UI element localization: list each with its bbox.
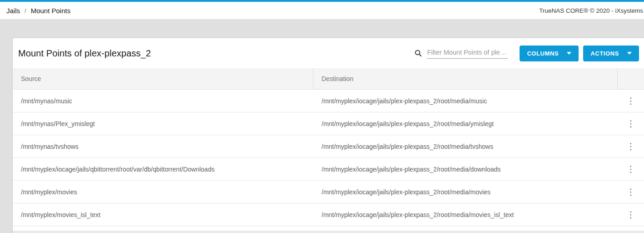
mount-points-table: Source Destination /mnt/mynas/music /mnt… — [13, 68, 644, 233]
breadcrumb-jails[interactable]: Jails — [6, 7, 20, 15]
table-row: /mnt/myplex/movies_isl_text /mnt/myplex/… — [13, 203, 644, 226]
destination-cell: /mnt/myplex/iocage/jails/plex-plexpass_2… — [313, 143, 618, 150]
destination-cell: /mnt/myplex/iocage/jails/plex-plexpass_2… — [313, 120, 618, 127]
breadcrumb-current: Mount Points — [31, 7, 71, 15]
source-cell: /mnt/mynas/Plex_ymislegt — [13, 120, 313, 127]
column-header-source[interactable]: Source — [13, 68, 313, 89]
search-icon — [414, 49, 422, 57]
kebab-icon: ⋮ — [627, 187, 635, 197]
row-menu-button[interactable]: ⋮ — [623, 163, 639, 175]
table-row: /mnt/myplex/movies /mnt/myplex/iocage/ja… — [13, 181, 644, 203]
table-row-partial — [13, 226, 644, 231]
horizontal-scrollbar[interactable] — [13, 231, 644, 233]
table-row: /mnt/mynas/music /mnt/myplex/iocage/jail… — [13, 90, 644, 112]
row-menu-button[interactable]: ⋮ — [623, 208, 639, 221]
filter-input[interactable] — [427, 48, 508, 59]
destination-cell: /mnt/myplex/iocage/jails/plex-plexpass_2… — [313, 166, 618, 173]
destination-cell: /mnt/myplex/iocage/jails/plex-plexpass_2… — [313, 97, 618, 105]
actions-button[interactable]: ACTIONS — [583, 46, 639, 61]
column-header-destination[interactable]: Destination — [313, 68, 618, 89]
kebab-icon: ⋮ — [627, 164, 635, 174]
source-cell: /mnt/mynas/music — [13, 97, 313, 105]
table-header-row: Source Destination — [13, 68, 644, 90]
column-header-actions — [618, 68, 644, 89]
brand-text: TrueNAS CORE® © 2020 - iXsystems — [539, 7, 643, 14]
actions-button-label: ACTIONS — [590, 50, 619, 57]
kebab-icon: ⋮ — [627, 141, 635, 151]
mount-points-card: Mount Points of plex-plexpass_2 COLUMNS — [13, 38, 644, 233]
card-header: Mount Points of plex-plexpass_2 COLUMNS — [13, 38, 644, 68]
table-row: /mnt/myplex/iocage/jails/qbittorrent/roo… — [13, 158, 644, 181]
columns-button[interactable]: COLUMNS — [520, 46, 579, 61]
kebab-icon: ⋮ — [627, 96, 635, 106]
kebab-icon: ⋮ — [627, 118, 635, 128]
breadcrumb-separator: / — [25, 7, 26, 14]
kebab-icon: ⋮ — [627, 209, 635, 219]
row-menu-button[interactable]: ⋮ — [623, 117, 639, 130]
chevron-down-icon — [627, 52, 632, 55]
source-cell: /mnt/myplex/iocage/jails/qbittorrent/roo… — [13, 166, 313, 173]
filter-field — [414, 48, 508, 59]
columns-button-label: COLUMNS — [527, 50, 559, 57]
page-background: Mount Points of plex-plexpass_2 COLUMNS — [0, 20, 644, 233]
source-cell: /mnt/mynas/tvshows — [13, 143, 313, 150]
chevron-down-icon — [567, 52, 571, 55]
header-controls: COLUMNS ACTIONS — [414, 46, 639, 61]
row-menu-button[interactable]: ⋮ — [623, 140, 639, 152]
row-menu-button[interactable]: ⋮ — [623, 95, 639, 107]
destination-cell: /mnt/myplex/iocage/jails/plex-plexpass_2… — [313, 188, 618, 196]
top-navbar: Jails / Mount Points TrueNAS CORE® © 202… — [0, 2, 644, 20]
source-cell: /mnt/myplex/movies_isl_text — [13, 211, 313, 218]
page-title: Mount Points of plex-plexpass_2 — [18, 48, 151, 59]
breadcrumb: Jails / Mount Points — [6, 7, 70, 15]
source-cell: /mnt/myplex/movies — [13, 188, 313, 196]
table-row: /mnt/mynas/Plex_ymislegt /mnt/myplex/ioc… — [13, 112, 644, 135]
table-row: /mnt/mynas/tvshows /mnt/myplex/iocage/ja… — [13, 135, 644, 158]
row-menu-button[interactable]: ⋮ — [623, 186, 639, 198]
destination-cell: /mnt/myplex/iocage/jails/plex-plexpass_2… — [313, 211, 618, 218]
